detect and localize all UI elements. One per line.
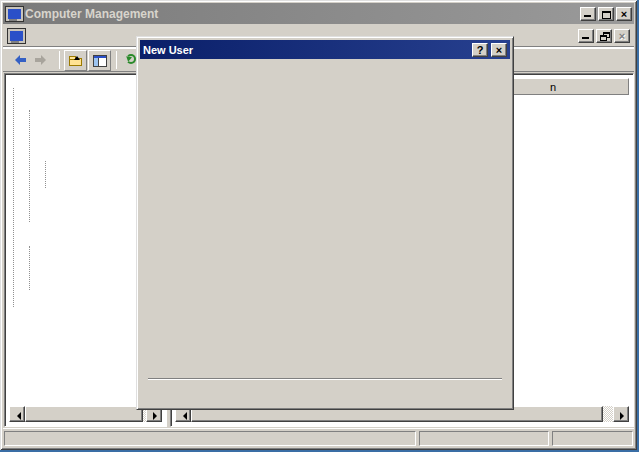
minimize-button[interactable] — [580, 7, 596, 21]
window-title: Computer Management — [25, 7, 578, 21]
status-panel — [419, 431, 549, 446]
column-header-fragment: n — [550, 81, 556, 93]
maximize-button[interactable] — [598, 7, 614, 21]
tree-guide-line — [13, 88, 14, 307]
status-panel — [552, 431, 633, 446]
tree-guide-line — [29, 110, 30, 222]
close-button[interactable]: × — [616, 7, 632, 21]
tree-guide-line — [45, 161, 46, 188]
console-window-icon — [7, 29, 23, 43]
status-panel — [4, 431, 416, 446]
toolbar-separator — [59, 51, 60, 69]
child-close-button: × — [614, 29, 630, 43]
dialog-close-icon[interactable]: × — [491, 43, 507, 57]
status-bar — [3, 428, 634, 447]
scroll-right-button[interactable] — [613, 406, 629, 422]
help-icon[interactable]: ? — [472, 43, 488, 57]
dialog-titlebar[interactable]: New User ? × — [140, 40, 510, 59]
new-user-dialog: New User ? × — [136, 36, 514, 410]
child-minimize-button[interactable] — [578, 29, 594, 43]
tree-guide-line — [29, 246, 30, 290]
scroll-thumb[interactable] — [25, 406, 143, 422]
dialog-body — [140, 59, 510, 406]
computer-icon — [5, 7, 21, 21]
up-folder-icon[interactable] — [64, 50, 87, 71]
back-icon[interactable] — [7, 50, 30, 71]
dialog-title: New User — [143, 44, 470, 56]
forward-icon[interactable] — [31, 50, 54, 71]
dialog-separator — [148, 378, 502, 380]
child-restore-button[interactable] — [596, 29, 612, 43]
console-tree-icon[interactable] — [88, 50, 111, 71]
scroll-left-button[interactable] — [9, 406, 25, 422]
window-titlebar[interactable]: Computer Management × — [3, 3, 634, 24]
toolbar-separator — [116, 51, 117, 69]
